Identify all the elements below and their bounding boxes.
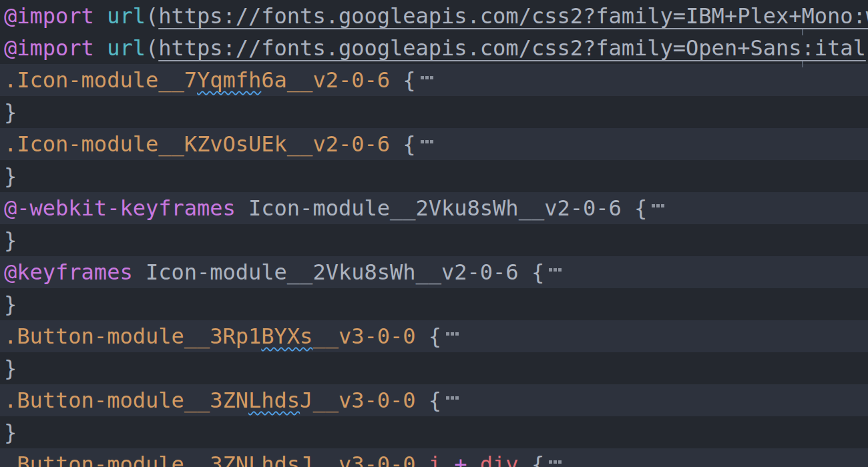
punctuation-token: {: [403, 67, 415, 93]
punctuation-token: }: [4, 356, 17, 381]
at-keyword-token: @import: [4, 35, 94, 61]
code-line[interactable]: @keyframes Icon-module__2Vku8sWh__v2-0-6…: [0, 256, 868, 288]
keyframes-name-token: Icon-module__2Vku8sWh__v2-0-6: [248, 195, 622, 221]
whitespace-token: [390, 67, 403, 93]
class-selector-token: 6a__v2-0-6: [261, 67, 390, 93]
misspelled-selector-token: BYXs: [261, 324, 312, 349]
element-selector-token: div: [480, 452, 519, 467]
keyframes-name-token: Icon-module__2Vku8sWh__v2-0-6: [146, 260, 519, 285]
punctuation-token: }: [4, 163, 17, 189]
folded-code-ellipsis-icon[interactable]: [421, 76, 433, 79]
code-line[interactable]: .Button-module__3ZNLhdsJ__v3-0-0 i + div…: [0, 448, 868, 467]
code-line[interactable]: .Icon-module__KZvOsUEk__v2-0-6 {: [0, 128, 868, 160]
code-line[interactable]: .Button-module__3Rp1BYXs__v3-0-0 {: [0, 320, 868, 352]
code-line[interactable]: }: [0, 288, 868, 320]
url-function-token: url: [107, 3, 146, 29]
whitespace-token: [416, 388, 429, 413]
at-keyword-token: @keyframes: [4, 260, 133, 285]
punctuation-token: {: [531, 452, 544, 467]
punctuation-token: }: [4, 99, 17, 125]
whitespace-token: [416, 324, 429, 349]
whitespace-token: [441, 452, 454, 467]
punctuation-token: {: [403, 131, 415, 157]
misspelled-selector-token: Lhds: [248, 388, 300, 413]
punctuation-token: {: [429, 388, 441, 413]
punctuation-token: }: [4, 420, 17, 445]
punctuation-token: {: [531, 260, 544, 285]
code-line[interactable]: @import url(https://fonts.googleapis.com…: [0, 32, 868, 64]
code-line[interactable]: .Button-module__3ZNLhdsJ__v3-0-0 {: [0, 384, 868, 416]
class-selector-token: .Button-module__3Rp1: [4, 324, 261, 349]
punctuation-token: (: [146, 3, 158, 29]
code-line[interactable]: @import url(https://fonts.googleapis.com…: [0, 0, 868, 32]
class-selector-token: .Button-module__3ZNLhdsJ__v3-0-0: [4, 452, 416, 467]
folded-code-ellipsis-icon[interactable]: [446, 396, 459, 400]
folded-code-ellipsis-icon[interactable]: [421, 140, 433, 143]
code-line[interactable]: }: [0, 416, 868, 448]
class-selector-token: .Icon-module__7: [4, 67, 197, 93]
class-selector-token: __v3-0-0: [312, 324, 415, 349]
punctuation-token: {: [429, 324, 441, 349]
url-function-token: url: [107, 35, 146, 61]
url-link[interactable]: https://fonts.googleapis.com/css2?family…: [158, 3, 868, 29]
whitespace-token: [94, 3, 107, 29]
folded-code-ellipsis-icon[interactable]: [549, 268, 562, 272]
code-line[interactable]: }: [0, 352, 868, 384]
whitespace-token: [236, 195, 248, 221]
class-selector-token: .Icon-module__KZvOsUEk__v2-0-6: [4, 131, 390, 157]
whitespace-token: [622, 195, 634, 221]
whitespace-token: [467, 452, 480, 467]
whitespace-token: [519, 452, 531, 467]
whitespace-token: [390, 131, 403, 157]
code-editor[interactable]: @import url(https://fonts.googleapis.com…: [0, 0, 868, 467]
class-selector-token: J__v3-0-0: [300, 388, 415, 413]
punctuation-token: {: [634, 195, 647, 221]
whitespace-token: [416, 452, 429, 467]
at-keyword-token: @import: [4, 3, 94, 29]
code-line[interactable]: @-webkit-keyframes Icon-module__2Vku8sWh…: [0, 192, 868, 224]
code-line[interactable]: }: [0, 160, 868, 192]
punctuation-token: }: [4, 292, 17, 317]
ruler-tick: [802, 29, 803, 35]
folded-code-ellipsis-icon[interactable]: [549, 460, 562, 464]
punctuation-token: (: [146, 35, 158, 61]
code-line[interactable]: }: [0, 96, 868, 128]
class-selector-token: .Button-module__3ZN: [4, 388, 248, 413]
misspelled-selector-token: Yqmfh: [197, 67, 261, 93]
code-line[interactable]: .Icon-module__7Yqmfh6a__v2-0-6 {: [0, 64, 868, 96]
combinator-token: +: [454, 452, 467, 467]
whitespace-token: [519, 260, 531, 285]
whitespace-token: [94, 35, 107, 61]
ruler-tick: [802, 61, 803, 67]
url-link[interactable]: https://fonts.googleapis.com/css2?family…: [158, 35, 866, 61]
element-selector-token: i: [429, 452, 441, 467]
punctuation-token: }: [4, 227, 17, 253]
code-line[interactable]: }: [0, 224, 868, 256]
folded-code-ellipsis-icon[interactable]: [446, 332, 459, 336]
whitespace-token: [133, 260, 146, 285]
at-keyword-token: @-webkit-keyframes: [4, 195, 236, 221]
folded-code-ellipsis-icon[interactable]: [652, 204, 664, 207]
